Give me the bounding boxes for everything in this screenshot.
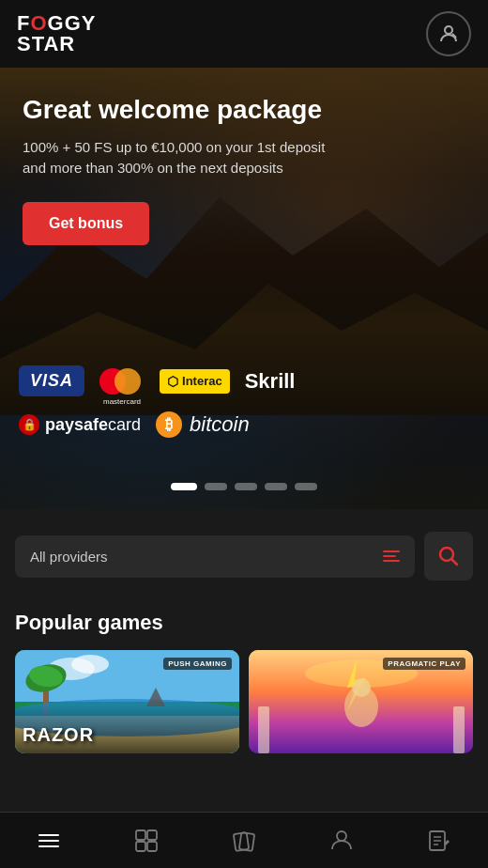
payment-bitcoin: ₿ bitcoin [156, 411, 250, 438]
svg-point-7 [71, 655, 109, 674]
interac-logo: ⬡ Interac [160, 369, 230, 394]
visa-logo: VISA [19, 365, 84, 396]
payment-paysafecard: 🔒 paysafecard [19, 414, 141, 435]
svg-point-0 [445, 26, 452, 34]
payment-mastercard: mastercard [99, 366, 145, 396]
ham-line-1 [38, 834, 59, 836]
game-card-gates-olympus[interactable]: PRAGMATIC PLAY [249, 650, 473, 753]
nav-games[interactable] [118, 820, 175, 861]
nav-promotions[interactable] [411, 820, 467, 861]
filter-line-2 [383, 555, 396, 557]
svg-rect-22 [147, 830, 157, 840]
mastercard-logo: mastercard [99, 366, 145, 396]
ham-line-2 [38, 840, 59, 842]
filter-line-3 [383, 560, 400, 562]
skrill-logo: Skrill [245, 369, 296, 394]
game-badge-text-1: PUSH GAMING [168, 659, 227, 668]
paysafecard-icon: 🔒 [19, 414, 39, 435]
svg-rect-20 [453, 706, 465, 753]
interac-icon: ⬡ [167, 374, 178, 389]
games-section: Popular games [0, 596, 488, 761]
hero-banner: Great welcome package 100% + 50 FS up to… [0, 68, 488, 509]
ham-line-3 [38, 845, 59, 847]
svg-rect-19 [258, 706, 269, 753]
games-grid: PUSH GAMING RAZOR [15, 650, 473, 753]
dot-3[interactable] [235, 483, 257, 490]
search-section: All providers [0, 509, 488, 596]
games-section-title: Popular games [15, 611, 473, 635]
filter-lines-icon [383, 550, 400, 562]
interac-label: Interac [182, 374, 222, 388]
hamburger-icon [38, 834, 59, 847]
search-icon [437, 545, 460, 567]
game-title-1: RAZOR [23, 724, 232, 746]
search-row: All providers [15, 532, 473, 581]
svg-point-27 [337, 831, 346, 841]
payment-visa: VISA [19, 365, 84, 396]
nav-menu[interactable] [21, 820, 77, 861]
grid-icon [134, 829, 159, 853]
carousel-dots [0, 483, 488, 490]
svg-rect-24 [147, 842, 157, 851]
hero-subtitle-line2: and more than 300% on the next deposits [23, 160, 283, 176]
mc-label-text: mastercard [99, 397, 145, 406]
game-badge-1: PUSH GAMING [163, 658, 232, 670]
dot-5[interactable] [295, 483, 317, 490]
svg-rect-23 [136, 842, 145, 851]
game-badge-text-2: PRAGMATIC PLAY [388, 659, 461, 668]
bottom-nav [0, 812, 488, 868]
logo: FOGGY STAR [17, 13, 96, 54]
edit-icon [427, 829, 451, 853]
paysafecard-label: paysafecard [45, 415, 141, 435]
svg-rect-21 [136, 830, 145, 840]
login-icon [437, 23, 460, 45]
dot-4[interactable] [265, 483, 287, 490]
hero-title: Great welcome package [23, 94, 465, 126]
filter-line-1 [383, 550, 400, 552]
payment-interac: ⬡ Interac [160, 369, 230, 394]
nav-casino[interactable] [216, 820, 272, 861]
mc-circle-orange [114, 368, 141, 395]
bitcoin-label: bitcoin [190, 412, 250, 437]
payment-row-2: 🔒 paysafecard ₿ bitcoin [19, 411, 469, 438]
game-badge-2: PRAGMATIC PLAY [383, 658, 465, 670]
hero-subtitle-line1: 100% + 50 FS up to €10,000 on your 1st d… [23, 139, 325, 155]
nav-login[interactable] [313, 820, 370, 861]
filter-icon [383, 550, 400, 562]
logo-bottom: STAR [17, 34, 96, 54]
provider-filter[interactable]: All providers [15, 535, 415, 578]
payment-skrill: Skrill [245, 369, 296, 394]
game-title-main-1: RAZOR [23, 724, 94, 745]
header: FOGGY STAR [0, 0, 488, 68]
person-nav-icon [329, 829, 354, 853]
get-bonus-button[interactable]: Get bonus [23, 202, 149, 245]
game-title-overlay-1: RAZOR [15, 705, 239, 753]
dot-2[interactable] [205, 483, 227, 490]
logo-top: FOGGY [17, 13, 96, 34]
provider-placeholder: All providers [30, 549, 108, 565]
payment-methods: VISA mastercard ⬡ Interac Skrill [0, 365, 488, 453]
dot-1[interactable] [171, 483, 197, 490]
hero-subtitle: 100% + 50 FS up to €10,000 on your 1st d… [23, 137, 465, 179]
bitcoin-icon: ₿ [156, 411, 182, 438]
search-button[interactable] [424, 532, 473, 581]
svg-point-18 [352, 678, 371, 697]
payment-row-1: VISA mastercard ⬡ Interac Skrill [19, 365, 469, 396]
svg-line-3 [452, 560, 458, 566]
game-card-razor-shark[interactable]: PUSH GAMING RAZOR [15, 650, 239, 753]
cards-icon [232, 829, 256, 853]
hero-content: Great welcome package 100% + 50 FS up to… [0, 68, 488, 245]
login-button[interactable] [426, 11, 471, 56]
